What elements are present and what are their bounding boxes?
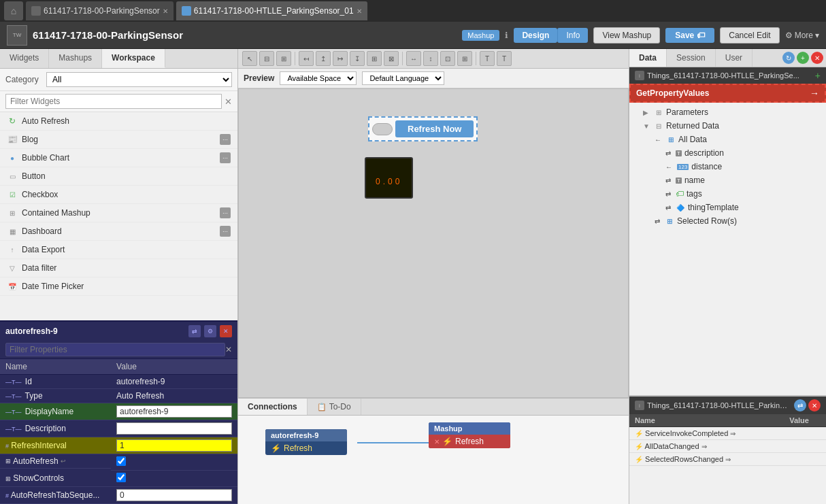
expand-parameters-icon[interactable]: ▶ [643, 109, 651, 116]
num-icon-distance: 123 [677, 164, 689, 170]
widget-item-dashboard[interactable]: ▦ Dashboard ⋯ [0, 222, 237, 241]
settings-icon[interactable]: ⚙ [204, 325, 216, 337]
prop-value-autorefresh[interactable] [111, 454, 237, 471]
bottom-right-panel: i Things_611417-1718-00-HTLLE_ParkingSe.… [629, 395, 826, 504]
toolbar-btn-1[interactable]: ↖ [242, 51, 257, 66]
tab-1-close[interactable]: ✕ [163, 7, 168, 15]
save-icon: 🏷 [697, 31, 705, 40]
tree-label-name: name [684, 175, 705, 185]
rt-refresh-button[interactable]: ↻ [782, 52, 795, 64]
toolbar-btn-15[interactable]: T [497, 51, 512, 66]
widget-item-button[interactable]: ▭ Button [0, 167, 237, 186]
autorefresh-checkbox[interactable] [116, 456, 126, 466]
toolbar-btn-12[interactable]: ⊡ [440, 51, 455, 66]
widget-item-data-export[interactable]: ↑ Data Export [0, 241, 237, 259]
tab-workspace[interactable]: Workspace [102, 49, 165, 68]
widget-item-bubble-chart[interactable]: ● Bubble Chart ⋯ [0, 149, 237, 167]
rt-add-button[interactable]: + [797, 52, 809, 64]
toolbar-btn-2[interactable]: ⊟ [259, 51, 274, 66]
widget-item-blog[interactable]: 📰 Blog ⋯ [0, 131, 237, 149]
prop-value-showcontrols[interactable] [111, 471, 237, 487]
prop-value-id[interactable]: autorefresh-9 [111, 375, 237, 389]
tree-parameters[interactable]: ▶ ⊞ Parameters [629, 105, 826, 119]
toolbar-btn-4[interactable]: ↤ [299, 51, 314, 66]
tab-widgets[interactable]: Widgets [0, 49, 49, 68]
tab-1[interactable]: 611417-1718-00-ParkingSensor ✕ [26, 1, 174, 20]
tab-2-close[interactable]: ✕ [357, 7, 362, 15]
prop-value-tabseq[interactable] [111, 487, 237, 504]
left-arrow-tags: ⇄ [665, 190, 671, 198]
tree-thingtemplate[interactable]: ⇄ 🔷 thingTemplate [629, 201, 826, 214]
props-filter-clear[interactable]: ✕ [225, 345, 232, 354]
filter-input[interactable] [5, 94, 222, 109]
language-select[interactable]: Default Language [362, 71, 444, 85]
tab-session[interactable]: Session [667, 49, 716, 67]
tree-tags[interactable]: ⇄ 🏷 tags [629, 187, 826, 201]
rt-close-button[interactable]: ✕ [811, 52, 823, 64]
close-panel-icon[interactable]: ✕ [220, 325, 232, 337]
available-space-select[interactable]: Available Space [280, 71, 357, 85]
tab-connections[interactable]: Connections [238, 399, 308, 415]
home-icon[interactable]: ⌂ [4, 1, 23, 20]
toolbar-btn-8[interactable]: ⊞ [367, 51, 382, 66]
more-button[interactable]: ⚙ More ▾ [785, 31, 819, 40]
tree-distance[interactable]: ← 123 distance [629, 160, 826, 173]
prop-value-type[interactable]: Auto Refresh [111, 389, 237, 403]
expand-returneddata-icon[interactable]: ▼ [643, 122, 651, 130]
refreshinterval-input[interactable] [116, 439, 232, 452]
share-icon[interactable]: ⇄ [188, 325, 201, 337]
prop-value-displayname[interactable] [111, 403, 237, 420]
datetime-icon: 📅 [7, 281, 18, 292]
brp-share-button[interactable]: ⇄ [794, 399, 806, 411]
bubble-chart-action-icon[interactable]: ⋯ [220, 152, 231, 163]
widget-item-data-filter[interactable]: ▽ Data filter [0, 259, 237, 278]
tab-user[interactable]: User [716, 49, 753, 67]
tree-selectedrows[interactable]: ⇄ ⊞ Selected Row(s) [629, 214, 826, 228]
widget-item-datetime[interactable]: 📅 Date Time Picker [0, 278, 237, 296]
toolbar-btn-13[interactable]: ⊞ [457, 51, 472, 66]
toolbar-btn-6[interactable]: ↦ [333, 51, 348, 66]
toolbar-btn-11[interactable]: ↕ [423, 51, 438, 66]
prop-value-refresh[interactable] [111, 437, 237, 454]
conn-node-mashup-title: Mashup [429, 422, 510, 435]
tree-returned-data[interactable]: ▼ ⊟ Returned Data [629, 119, 826, 133]
toolbar-btn-5[interactable]: ↥ [316, 51, 331, 66]
things-add-icon[interactable]: + [815, 70, 821, 81]
tree-alldata[interactable]: ← ⊞ All Data [629, 133, 826, 146]
tab-2[interactable]: 611417-1718-00-HTLLE_ParkingSensor_01 ✕ [176, 1, 367, 20]
tab-mashups[interactable]: Mashups [49, 49, 102, 68]
filter-clear-button[interactable]: ✕ [225, 97, 232, 107]
description-input[interactable] [116, 422, 232, 435]
contained-mashup-action-icon[interactable]: ⋯ [220, 207, 231, 218]
tab-todo[interactable]: 📋 To-Do [308, 399, 361, 415]
autorefresh-toggle[interactable] [372, 123, 393, 135]
tab-data[interactable]: Data [629, 49, 667, 67]
save-button[interactable]: Save 🏷 [665, 28, 714, 43]
toolbar-btn-10[interactable]: ↔ [406, 51, 421, 66]
refresh-now-button[interactable]: Refresh Now [395, 120, 474, 137]
props-filter-input[interactable] [5, 343, 225, 356]
cancel-button[interactable]: Cancel Edit [720, 27, 779, 44]
category-select[interactable]: All [46, 72, 232, 87]
blog-action-icon[interactable]: ⋯ [220, 134, 231, 145]
displayname-input[interactable] [116, 405, 232, 418]
design-button[interactable]: Design [514, 28, 557, 43]
toolbar-btn-9[interactable]: ⊠ [384, 51, 399, 66]
tabseq-input[interactable] [116, 489, 232, 501]
brp-close-button[interactable]: ✕ [808, 399, 821, 411]
dashboard-action-icon[interactable]: ⋯ [220, 226, 231, 237]
toolbar-btn-3[interactable]: ⊞ [276, 51, 291, 66]
showcontrols-checkbox[interactable] [116, 473, 126, 482]
widget-item-checkbox[interactable]: ☑ Checkbox [0, 186, 237, 204]
autorefresh-widget[interactable]: Refresh Now [368, 116, 478, 141]
preview-bar: Preview Available Space Default Language [238, 69, 629, 88]
info-button[interactable]: Info [557, 28, 588, 43]
prop-value-desc[interactable] [111, 420, 237, 437]
toolbar-btn-7[interactable]: ↧ [350, 51, 365, 66]
tree-name[interactable]: ⇄ T name [629, 173, 826, 187]
widget-item-contained-mashup[interactable]: ⊞ Contained Mashup ⋯ [0, 204, 237, 222]
widget-item-autorefresh[interactable]: ↻ Auto Refresh [0, 112, 237, 131]
toolbar-btn-14[interactable]: T [480, 51, 495, 66]
tree-description[interactable]: ⇄ T description [629, 146, 826, 160]
view-mashup-button[interactable]: View Mashup [593, 27, 660, 44]
